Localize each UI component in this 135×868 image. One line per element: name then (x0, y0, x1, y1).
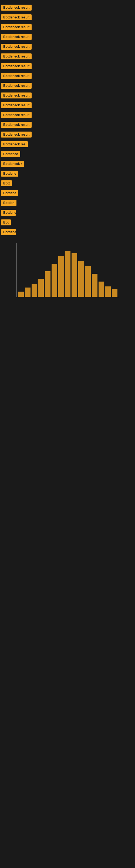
bottleneck-badge: Bottlene (1, 229, 16, 235)
chart-bar (98, 282, 104, 297)
list-item: Bottlen (0, 198, 135, 208)
list-item: Bottleneck result (0, 72, 135, 82)
chart-bar (58, 256, 64, 297)
list-item: Bottleneck result (0, 13, 135, 23)
bottleneck-badge: Bottleneck result (1, 131, 32, 137)
bottleneck-badge: Bottlen (1, 200, 16, 206)
chart-bar (112, 289, 118, 297)
list-item: Bottlenec (0, 150, 135, 159)
list-item: Bottleneck result (0, 82, 135, 91)
chart-bar (32, 284, 37, 297)
bottleneck-badge: Bottleneck result (1, 93, 32, 98)
bottleneck-list: Bottleneck resultBottleneck resultBottle… (0, 3, 135, 238)
chart-area (13, 243, 122, 324)
chart-bar (45, 271, 50, 297)
chart-bar (92, 274, 97, 297)
chart-bar (38, 279, 44, 297)
bottleneck-badge: Bottleneck result (1, 122, 32, 128)
list-item: Bottlene (0, 228, 135, 238)
bottleneck-badge: Bottleneck result (1, 14, 32, 20)
bottleneck-badge: Bottleneck result (1, 112, 32, 118)
bottleneck-badge: Bottleneck result (1, 63, 32, 69)
chart-bar (25, 287, 31, 297)
bottleneck-badge: Bottleneck result (1, 34, 32, 40)
bottleneck-badge: Bottleneck result (1, 44, 32, 50)
bottleneck-badge: Bott (1, 180, 12, 186)
bottleneck-badge: Bottlenec (1, 151, 20, 157)
chart-bar (85, 266, 91, 297)
list-item: Bottleneck result (0, 33, 135, 42)
bottleneck-badge: Bottleneck res (1, 141, 28, 147)
list-item: Bot (0, 218, 135, 228)
list-item: Bottleneck result (0, 111, 135, 120)
chart-bars (16, 243, 119, 297)
bottleneck-badge: Bottleneck result (1, 24, 32, 30)
chart-bar (18, 291, 24, 297)
bottleneck-badge: Bottleneck result (1, 102, 32, 108)
bottleneck-badge: Bottlene (1, 190, 18, 196)
list-item: Bottleneck result (0, 130, 135, 140)
list-item: Bottleneck result (0, 42, 135, 52)
bottleneck-badge: Bot (1, 219, 11, 225)
chart-bar (78, 261, 84, 297)
bottleneck-badge: Bottleneck result (1, 83, 32, 89)
bottleneck-badge: Bottleneck (1, 210, 16, 216)
list-item: Bottleneck result (0, 52, 135, 62)
chart-bar (52, 264, 57, 297)
list-item: Bottleneck result (0, 120, 135, 130)
list-item: Bott (0, 179, 135, 189)
list-item: Bottleneck (0, 208, 135, 218)
chart-bar (65, 251, 71, 297)
list-item: Bottleneck result (0, 101, 135, 111)
list-item: Bottleneck result (0, 62, 135, 72)
list-item: Bottlene (0, 189, 135, 198)
bottleneck-badge: Bottleneck result (1, 54, 32, 59)
list-item: Bottleneck r (0, 159, 135, 169)
bottleneck-badge: Bottleneck result (1, 5, 32, 10)
bottleneck-badge: Bottlene (1, 170, 18, 177)
list-item: Bottleneck result (0, 91, 135, 101)
bottleneck-badge: Bottleneck r (1, 161, 24, 167)
list-item: Bottleneck res (0, 140, 135, 150)
chart-bar (105, 286, 111, 297)
list-item: Bottleneck result (0, 3, 135, 13)
chart-bar (72, 253, 77, 297)
list-item: Bottleneck result (0, 23, 135, 33)
site-title (0, 0, 135, 3)
bottleneck-badge: Bottleneck result (1, 73, 32, 79)
spacer: none (0, 243, 135, 351)
list-item: Bottlene (0, 169, 135, 179)
